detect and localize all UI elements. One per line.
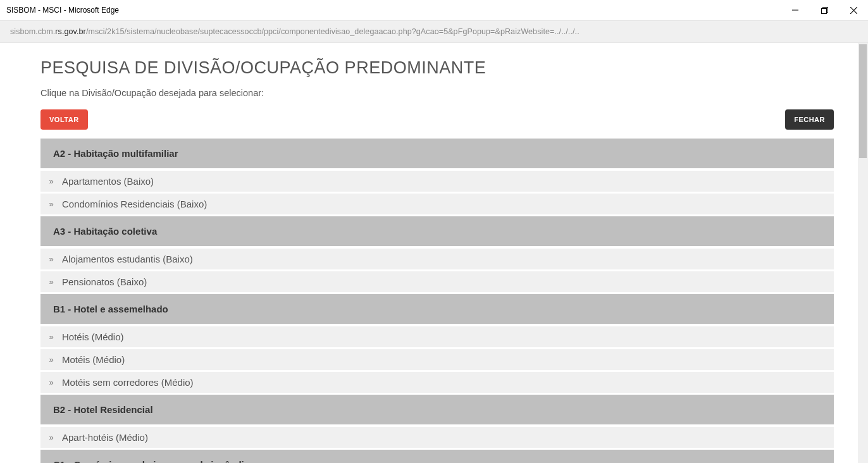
double-chevron-right-icon: » (47, 355, 56, 364)
double-chevron-right-icon: » (47, 333, 56, 341)
category-header: A2 - Habitação multifamiliar (40, 139, 834, 168)
address-bar[interactable]: sisbom.cbm.rs.gov.br/msci/2k15/sistema/n… (0, 20, 868, 43)
minimize-button[interactable] (781, 0, 810, 20)
close-window-button[interactable] (839, 0, 868, 20)
double-chevron-right-icon: » (47, 433, 56, 441)
scrollbar-track[interactable] (858, 43, 868, 463)
list-item[interactable]: »Apart-hotéis (Médio) (40, 427, 834, 448)
close-button[interactable]: FECHAR (785, 109, 834, 130)
window-controls (781, 0, 868, 20)
list-item[interactable]: »Alojamentos estudantis (Baixo) (40, 249, 834, 269)
page-subtitle: Clique na Divisão/Ocupação desejada para… (40, 88, 834, 98)
list-item[interactable]: »Motéis sem corredores (Médio) (40, 372, 834, 393)
category-header: C1 - Comércio com baixa carga de incêndi… (40, 450, 834, 463)
page-content: PESQUISA DE DIVISÃO/OCUPAÇÃO PREDOMINANT… (0, 43, 868, 463)
list-item-label: Alojamentos estudantis (Baixo) (62, 254, 193, 264)
list-item-label: Pensionatos (Baixo) (62, 276, 147, 287)
scrollbar-thumb[interactable] (859, 44, 867, 158)
category-header: B2 - Hotel Residencial (40, 395, 834, 424)
page-title: PESQUISA DE DIVISÃO/OCUPAÇÃO PREDOMINANT… (40, 58, 834, 78)
list-item[interactable]: »Hotéis (Médio) (40, 326, 834, 347)
list-item-label: Motéis (Médio) (62, 354, 125, 365)
url-host-prefix: sisbom.cbm. (10, 27, 55, 36)
maximize-button[interactable] (810, 0, 839, 20)
list-item-label: Apartamentos (Baixo) (62, 176, 154, 187)
double-chevron-right-icon: » (47, 255, 56, 263)
list-item-label: Condomínios Residenciais (Baixo) (62, 199, 207, 209)
list-item[interactable]: »Condomínios Residenciais (Baixo) (40, 194, 834, 214)
list-item-label: Apart-hotéis (Médio) (62, 432, 148, 443)
list-item[interactable]: »Apartamentos (Baixo) (40, 171, 834, 192)
close-icon (850, 7, 857, 14)
division-list: A2 - Habitação multifamiliar»Apartamento… (40, 139, 834, 463)
double-chevron-right-icon: » (47, 278, 56, 286)
url-host-main: rs.gov.br (55, 27, 86, 36)
category-header: A3 - Habitação coletiva (40, 216, 834, 246)
window-titlebar: SISBOM - MSCI - Microsoft Edge (0, 0, 868, 20)
button-row: VOLTAR FECHAR (40, 109, 834, 130)
list-item[interactable]: »Motéis (Médio) (40, 349, 834, 370)
double-chevron-right-icon: » (47, 378, 56, 386)
back-button[interactable]: VOLTAR (40, 109, 88, 130)
minimize-icon (792, 7, 798, 13)
list-item-label: Hotéis (Médio) (62, 331, 124, 342)
list-item[interactable]: »Pensionatos (Baixo) (40, 271, 834, 292)
url-path: /msci/2k15/sistema/nucleobase/suptecaces… (86, 27, 580, 36)
window-title: SISBOM - MSCI - Microsoft Edge (6, 6, 119, 15)
svg-rect-1 (821, 8, 826, 13)
category-header: B1 - Hotel e assemelhado (40, 294, 834, 324)
maximize-icon (821, 7, 828, 14)
double-chevron-right-icon: » (47, 177, 56, 185)
list-item-label: Motéis sem corredores (Médio) (62, 377, 194, 388)
double-chevron-right-icon: » (47, 200, 56, 208)
page-viewport: PESQUISA DE DIVISÃO/OCUPAÇÃO PREDOMINANT… (0, 43, 868, 463)
